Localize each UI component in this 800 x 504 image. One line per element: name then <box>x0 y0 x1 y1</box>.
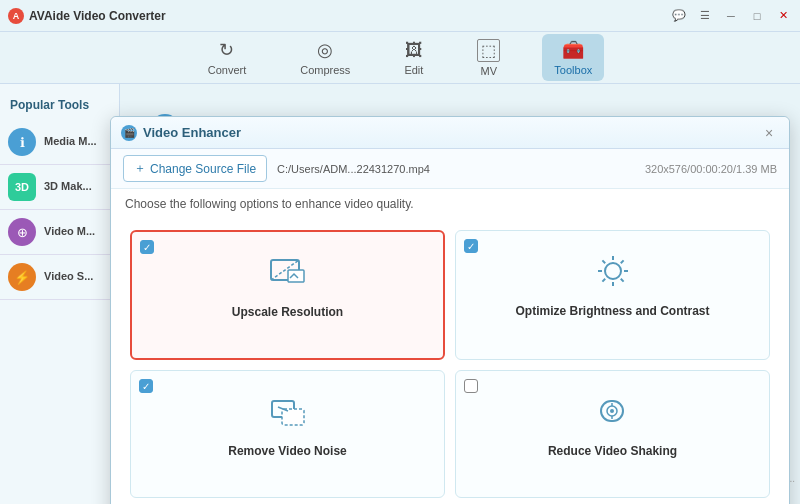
svg-point-19 <box>610 409 614 413</box>
brightness-icon <box>593 251 633 298</box>
toolbar-toolbox[interactable]: 🧰 Toolbox <box>542 34 604 81</box>
convert-icon: ↻ <box>219 39 234 61</box>
chat-btn[interactable]: 💬 <box>670 7 688 25</box>
source-file-path: C:/Users/ADM...22431270.mp4 <box>277 163 635 175</box>
menu-btn[interactable]: ☰ <box>696 7 714 25</box>
option-upscale[interactable]: ✓ Upscale Resolution <box>130 230 445 360</box>
upscale-label: Upscale Resolution <box>232 305 343 319</box>
option-brightness[interactable]: ✓ Optimize Brightness and Contrast <box>455 230 770 360</box>
shaking-checkbox[interactable] <box>464 379 478 393</box>
title-bar: A AVAide Video Converter 💬 ☰ ─ □ ✕ <box>0 0 800 32</box>
dialog-title-bar: 🎬 Video Enhancer × <box>111 117 789 149</box>
toolbar-compress-label: Compress <box>300 64 350 76</box>
sidebar-item-3d-label: 3D Mak... <box>44 180 92 193</box>
sidebar-item-video-merge[interactable]: ⊕ Video M... <box>0 210 119 255</box>
shaking-label: Reduce Video Shaking <box>548 444 677 458</box>
maximize-btn[interactable]: □ <box>748 7 766 25</box>
options-grid: ✓ Upscale Resolution ✓ <box>111 219 789 504</box>
option-noise[interactable]: ✓ Remove Video Noise <box>130 370 445 498</box>
toolbar-convert[interactable]: ↻ Convert <box>196 34 259 81</box>
svg-line-10 <box>602 279 605 282</box>
app-logo-icon: A <box>8 8 24 24</box>
dialog-title-icon: 🎬 <box>121 125 137 141</box>
brightness-label: Optimize Brightness and Contrast <box>515 304 709 318</box>
svg-point-3 <box>605 263 621 279</box>
sidebar: Popular Tools ℹ Media M... 3D 3D Mak... … <box>0 84 120 504</box>
toolbar: ↻ Convert ◎ Compress 🖼 Edit ⬚ MV 🧰 Toolb… <box>0 32 800 84</box>
upscale-checkbox[interactable]: ✓ <box>140 240 154 254</box>
dialog-close-button[interactable]: × <box>759 123 779 143</box>
media-icon: ℹ <box>8 128 36 156</box>
compress-icon: ◎ <box>317 39 333 61</box>
sidebar-item-video-speed[interactable]: ⚡ Video S... <box>0 255 119 300</box>
sidebar-title: Popular Tools <box>0 92 119 120</box>
edit-icon: 🖼 <box>405 40 423 61</box>
dialog-title-text: Video Enhancer <box>143 125 759 140</box>
app-logo: A AVAide Video Converter <box>8 8 166 24</box>
svg-line-11 <box>620 260 623 263</box>
toolbar-mv[interactable]: ⬚ MV <box>465 34 512 82</box>
toolbar-mv-label: MV <box>481 65 498 77</box>
noise-icon <box>268 391 308 438</box>
main-layout: Popular Tools ℹ Media M... 3D 3D Mak... … <box>0 84 800 504</box>
upscale-icon <box>268 252 308 299</box>
brightness-checkbox[interactable]: ✓ <box>464 239 478 253</box>
source-file-bar: ＋ Change Source File C:/Users/ADM...2243… <box>111 149 789 189</box>
option-shaking[interactable]: Reduce Video Shaking <box>455 370 770 498</box>
noise-checkbox[interactable]: ✓ <box>139 379 153 393</box>
close-btn[interactable]: ✕ <box>774 7 792 25</box>
toolbar-convert-label: Convert <box>208 64 247 76</box>
sidebar-item-media-label: Media M... <box>44 135 97 148</box>
title-bar-controls: 💬 ☰ ─ □ ✕ <box>670 7 792 25</box>
toolbar-toolbox-label: Toolbox <box>554 64 592 76</box>
video-enhancer-dialog: 🎬 Video Enhancer × ＋ Change Source File … <box>110 116 790 504</box>
svg-line-9 <box>620 279 623 282</box>
app-title: AVAide Video Converter <box>29 9 166 23</box>
minimize-btn[interactable]: ─ <box>722 7 740 25</box>
svg-rect-13 <box>282 409 304 425</box>
noise-label: Remove Video Noise <box>228 444 347 458</box>
toolbar-compress[interactable]: ◎ Compress <box>288 34 362 81</box>
source-file-info: 320x576/00:00:20/1.39 MB <box>645 163 777 175</box>
sidebar-item-speed-label: Video S... <box>44 270 93 283</box>
toolbar-edit[interactable]: 🖼 Edit <box>392 35 435 81</box>
add-icon: ＋ <box>134 160 146 177</box>
toolbar-edit-label: Edit <box>404 64 423 76</box>
svg-line-8 <box>602 260 605 263</box>
instructions-text: Choose the following options to enhance … <box>111 189 789 219</box>
change-source-button[interactable]: ＋ Change Source File <box>123 155 267 182</box>
sidebar-item-media[interactable]: ℹ Media M... <box>0 120 119 165</box>
speed-icon: ⚡ <box>8 263 36 291</box>
shaking-icon <box>593 391 633 438</box>
sidebar-item-3d[interactable]: 3D 3D Mak... <box>0 165 119 210</box>
merge-icon: ⊕ <box>8 218 36 246</box>
3d-icon: 3D <box>8 173 36 201</box>
toolbox-icon: 🧰 <box>562 39 584 61</box>
sidebar-item-merge-label: Video M... <box>44 225 95 238</box>
mv-icon: ⬚ <box>477 39 500 62</box>
